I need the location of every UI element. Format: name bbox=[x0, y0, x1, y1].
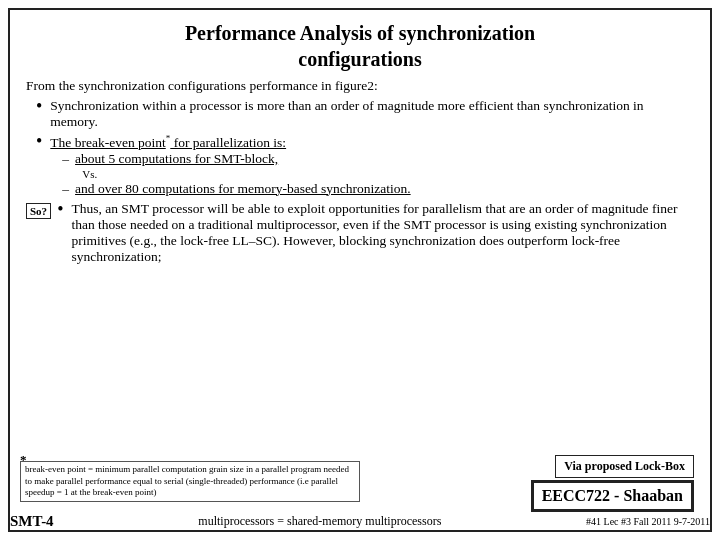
bullet-dot-2: • bbox=[36, 131, 42, 152]
break-even-label: The break-even point bbox=[50, 135, 165, 150]
so-badge: So? bbox=[26, 203, 51, 219]
bottom-bar: SMT-4 multiprocessors = shared-memory mu… bbox=[10, 513, 710, 530]
vs-text: Vs. bbox=[82, 168, 694, 180]
so-bullet-dot: • bbox=[57, 199, 63, 220]
bullet-item-1: • Synchronization within a processor is … bbox=[36, 98, 694, 130]
intro-text: From the synchronization configurations … bbox=[26, 78, 694, 94]
sub-text-2: and over 80 computations for memory-base… bbox=[75, 181, 411, 197]
dash-2: – bbox=[62, 181, 69, 197]
via-box: Via proposed Lock-Box bbox=[555, 455, 694, 478]
break-even-suffix: for parallelization is: bbox=[170, 135, 286, 150]
main-container: Performance Analysis of synchronization … bbox=[8, 8, 712, 532]
dash-line-1: – about 5 computations for SMT-block, bbox=[62, 151, 694, 167]
so-text: Thus, an SMT processor will be able to e… bbox=[71, 201, 694, 265]
bullet-dot-1: • bbox=[36, 96, 42, 117]
smt-label: SMT-4 bbox=[10, 513, 54, 530]
title-line1: Performance Analysis of synchronization bbox=[185, 22, 535, 44]
bullet-list: • Synchronization within a processor is … bbox=[36, 98, 694, 198]
dash-line-2: – and over 80 computations for memory-ba… bbox=[62, 181, 694, 197]
footnote-box: break-even point = minimum parallel comp… bbox=[20, 461, 360, 502]
sub-text-1: about 5 computations for SMT-block, bbox=[75, 151, 278, 167]
slide-title: Performance Analysis of synchronization … bbox=[26, 20, 694, 72]
sub-items: – about 5 computations for SMT-block, Vs… bbox=[62, 151, 694, 197]
title-line2: configurations bbox=[298, 48, 421, 70]
eecc-box: EECC722 - Shaaban bbox=[531, 480, 694, 512]
lec-info: #41 Lec #3 Fall 2011 9-7-2011 bbox=[586, 516, 710, 527]
bullet-text-2: The break-even point* for parallelizatio… bbox=[50, 133, 694, 198]
bottom-center: multiprocessors = shared-memory multipro… bbox=[198, 514, 441, 529]
bullet-text-1: Synchronization within a processor is mo… bbox=[50, 98, 694, 130]
so-row: So? • Thus, an SMT processor will be abl… bbox=[26, 201, 694, 265]
bullet-item-2: • The break-even point* for parallelizat… bbox=[36, 133, 694, 198]
dash-1: – bbox=[62, 151, 69, 167]
